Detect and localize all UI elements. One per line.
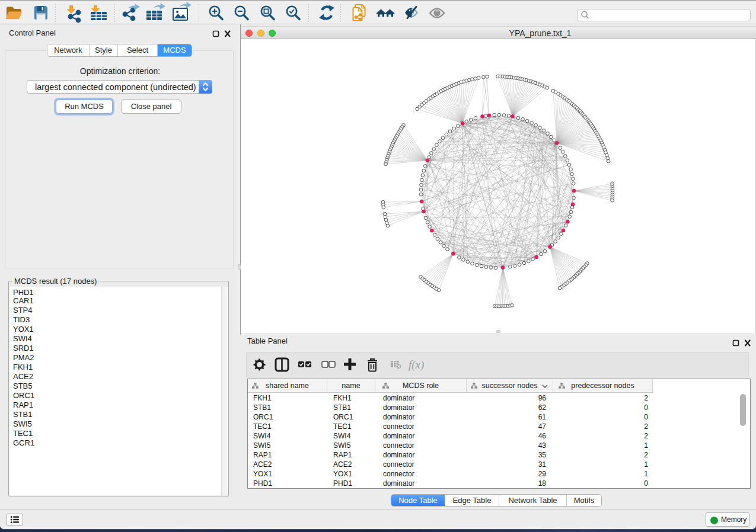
svg-text:f(x): f(x) <box>409 358 424 371</box>
